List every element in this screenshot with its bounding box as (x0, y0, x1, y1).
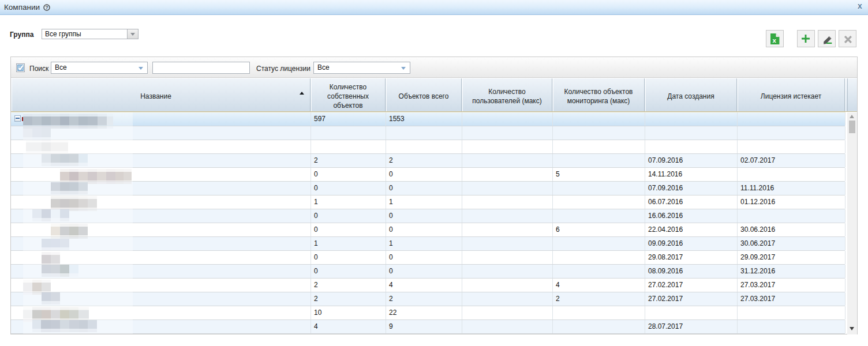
svg-text:?: ? (45, 5, 48, 10)
svg-text:x: x (773, 37, 777, 44)
